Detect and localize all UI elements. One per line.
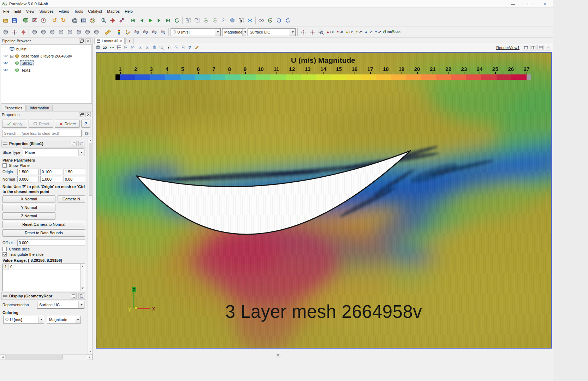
interactive-select-button[interactable]	[237, 16, 245, 25]
rotate-camera-cw-button[interactable]	[283, 16, 292, 25]
select-frustum-cells-button[interactable]	[201, 16, 210, 25]
adjust-camera-button[interactable]	[299, 28, 308, 36]
view-neg-z-button[interactable]	[83, 28, 92, 36]
pipeline-item-case-foam[interactable]: case.foam 3 layers 2664958v	[1, 53, 91, 60]
menu-catalyst[interactable]: Catalyst	[85, 8, 105, 14]
camera-normal-button[interactable]: Camera N	[58, 195, 85, 203]
color-palette-button[interactable]	[88, 16, 97, 25]
representation-combo[interactable]: Surface LIC	[248, 28, 296, 36]
camera-link-button[interactable]	[257, 16, 266, 25]
rescale-to-data-button[interactable]	[132, 28, 141, 36]
section-properties-slice1[interactable]: Properties (Slice1)	[1, 140, 86, 147]
split-grid-button[interactable]	[115, 44, 123, 51]
visibility-eye-icon[interactable]	[3, 54, 8, 58]
menu-edit[interactable]: Edit	[12, 8, 24, 14]
slice-type-combo[interactable]: Plane	[23, 149, 84, 156]
triangulate-slice-checkbox[interactable]: Triangulate the slice	[2, 252, 85, 256]
save-animation-button[interactable]	[79, 16, 88, 25]
toggle-center-axes-button[interactable]	[10, 28, 19, 36]
properties-scrollbar[interactable]	[88, 138, 93, 354]
zoom-to-box-view-button[interactable]	[158, 44, 165, 51]
split-vertical-button[interactable]	[537, 45, 544, 50]
edit-legend-button[interactable]	[193, 44, 200, 51]
select-points-rectangle-button[interactable]	[130, 44, 137, 51]
table-scrollbar[interactable]	[80, 264, 85, 291]
save-data-button[interactable]	[10, 16, 19, 25]
toggle-orientation-axes-button[interactable]	[1, 28, 10, 36]
edit-color-map-button[interactable]	[123, 28, 132, 36]
reset-camera-closest-button[interactable]	[266, 16, 274, 25]
copy-display-button[interactable]	[71, 293, 77, 299]
scroll-down-icon[interactable]	[88, 350, 93, 354]
select-polygon-button[interactable]	[219, 16, 228, 25]
coloring-array-combo[interactable]: U [m/s]	[3, 316, 44, 323]
delete-button[interactable]: Delete	[55, 120, 80, 128]
apply-button[interactable]: Apply	[2, 120, 27, 128]
set-view-plusminus-z-button[interactable]: ▲+Z	[363, 28, 373, 36]
color-array-combo[interactable]: U [m/s]	[171, 28, 221, 36]
search-options-gear-icon[interactable]	[83, 130, 90, 137]
view-rotate-45-button[interactable]	[92, 28, 101, 36]
view-isometric-button[interactable]	[30, 28, 39, 36]
probe-location-button[interactable]	[117, 16, 126, 25]
show-plane-checkbox[interactable]: Show Plane	[2, 163, 85, 168]
menu-view[interactable]: View	[24, 8, 37, 14]
normal-x-input[interactable]	[17, 176, 39, 182]
select-surface-points-button[interactable]	[192, 16, 201, 25]
menu-sources[interactable]: Sources	[37, 8, 56, 14]
next-frame-button[interactable]	[155, 16, 164, 25]
horizontal-splitter[interactable]	[93, 350, 553, 360]
minimize-button[interactable]: —	[505, 0, 521, 7]
checkbox-icon[interactable]	[2, 163, 7, 168]
reset-to-data-bounds-button[interactable]: Reset to Data Bounds	[2, 229, 85, 237]
select-cells-rectangle-button[interactable]	[123, 44, 130, 51]
add-layout-tab-button[interactable]: +	[125, 38, 134, 44]
connect-server-button[interactable]	[21, 16, 30, 25]
scroll-left-icon[interactable]	[0, 355, 6, 360]
render-view-title[interactable]: RenderView1	[496, 46, 519, 50]
set-view-plusminus-y-button[interactable]: ▲+Y	[344, 28, 354, 36]
select-cells-polygon-button[interactable]	[137, 44, 144, 51]
reset-camera-to-normal-button[interactable]: Reset Camera to Normal	[2, 221, 85, 228]
select-points-polygon-button[interactable]	[144, 44, 151, 51]
close-button[interactable]: ×	[537, 0, 553, 7]
scroll-up-icon[interactable]	[81, 264, 85, 268]
representation-panel-combo[interactable]: Surface LIC	[37, 301, 84, 309]
offset-input[interactable]	[17, 240, 85, 246]
open-file-button[interactable]	[1, 16, 10, 25]
view-neg-y-button[interactable]	[65, 28, 74, 36]
interactive-select-points-button[interactable]	[172, 44, 179, 51]
select-block-view-button[interactable]	[151, 44, 158, 51]
normal-z-input[interactable]	[64, 176, 85, 182]
scroll-right-icon[interactable]	[87, 355, 93, 360]
close-view-button[interactable]: ×	[545, 45, 551, 50]
rescale-to-visible-button[interactable]	[159, 28, 167, 36]
origin-z-input[interactable]	[64, 169, 85, 175]
auto-apply-button[interactable]	[39, 16, 48, 25]
set-view-minus-x-button[interactable]: ▼-X	[335, 28, 344, 36]
visibility-eye-icon[interactable]	[3, 61, 8, 65]
rotate-camera-ccw-button[interactable]	[274, 16, 283, 25]
select-frustum-points-button[interactable]	[210, 16, 219, 25]
render-view[interactable]: U (m/s) Magnitude 1234567891011121314151…	[96, 52, 552, 349]
first-frame-button[interactable]	[128, 16, 137, 25]
menu-file[interactable]: File	[1, 8, 12, 14]
toggle-color-legend-button[interactable]	[114, 28, 123, 36]
set-view-plusminus-x-button[interactable]: ▲+X	[325, 28, 335, 36]
view-pos-z-button[interactable]	[74, 28, 83, 36]
rotate-90-cw-button[interactable]: ↻-90	[392, 28, 400, 36]
color-component-combo[interactable]: Magnitude	[222, 28, 246, 36]
pipeline-item-builtin[interactable]: builtin:	[1, 46, 91, 53]
menu-tools[interactable]: Tools	[72, 8, 86, 14]
float-panel-button[interactable]	[79, 112, 84, 117]
menu-macros[interactable]: Macros	[105, 8, 122, 14]
scroll-up-icon[interactable]	[88, 138, 93, 143]
table-row[interactable]: 1 0	[3, 264, 80, 270]
paste-display-button[interactable]	[78, 293, 84, 299]
reset-button[interactable]: Reset	[29, 120, 54, 128]
zoom-to-box-button[interactable]	[316, 28, 325, 36]
checkbox-icon[interactable]	[2, 247, 7, 251]
set-view-minus-y-button[interactable]: ▼-Y	[354, 28, 363, 36]
y-normal-button[interactable]: Y Normal	[2, 204, 55, 211]
pick-rotation-center-button[interactable]	[19, 28, 28, 36]
